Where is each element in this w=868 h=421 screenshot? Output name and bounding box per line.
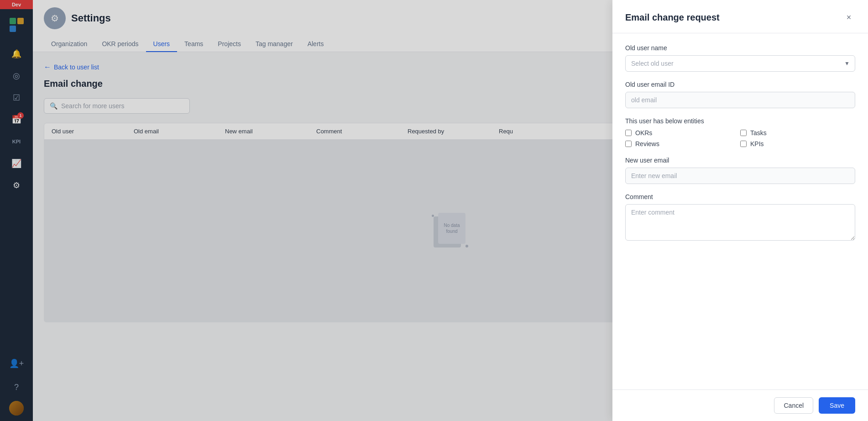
old-user-select-wrap: Select old user ▼ (625, 55, 855, 72)
save-button[interactable]: Save (819, 397, 855, 414)
checkbox-reviews: Reviews (625, 140, 740, 147)
old-email-group: Old user email ID (625, 81, 855, 108)
okrs-label: OKRs (635, 129, 652, 137)
comment-textarea[interactable] (625, 204, 855, 241)
checkbox-kpis: KPIs (740, 140, 855, 147)
panel-footer: Cancel Save (612, 389, 868, 421)
checkbox-okrs: OKRs (625, 129, 740, 137)
comment-label: Comment (625, 193, 855, 200)
old-email-input (625, 92, 855, 108)
new-email-group: New user email (625, 157, 855, 184)
checkbox-tasks: Tasks (740, 129, 855, 137)
old-email-label: Old user email ID (625, 81, 855, 88)
entities-section: This user has below entities OKRs Tasks … (625, 117, 855, 147)
comment-group: Comment (625, 193, 855, 242)
old-user-label: Old user name (625, 44, 855, 52)
new-email-input[interactable] (625, 168, 855, 184)
checkboxes-grid: OKRs Tasks Reviews KPIs (625, 129, 855, 147)
close-panel-button[interactable]: × (842, 11, 855, 24)
cancel-button[interactable]: Cancel (774, 397, 813, 414)
panel-body: Old user name Select old user ▼ Old user… (612, 33, 868, 389)
panel-title: Email change request (625, 12, 720, 23)
kpis-checkbox[interactable] (740, 141, 747, 147)
old-user-select[interactable]: Select old user (625, 55, 855, 72)
tasks-checkbox[interactable] (740, 130, 747, 136)
old-user-group: Old user name Select old user ▼ (625, 44, 855, 72)
entities-label: This user has below entities (625, 117, 855, 125)
tasks-label: Tasks (750, 129, 767, 137)
kpis-label: KPIs (750, 140, 764, 147)
okrs-checkbox[interactable] (625, 130, 632, 136)
reviews-checkbox[interactable] (625, 141, 632, 147)
panel-header: Email change request × (612, 0, 868, 33)
email-change-panel: Email change request × Old user name Sel… (612, 0, 868, 421)
new-email-label: New user email (625, 157, 855, 164)
reviews-label: Reviews (635, 140, 659, 147)
